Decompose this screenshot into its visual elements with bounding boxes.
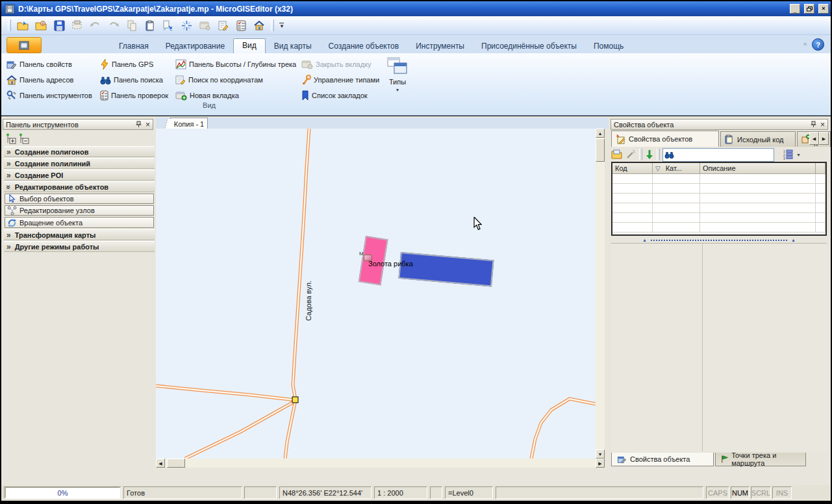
ribbon-item-close-tab[interactable]: Закрыть вкладку [301,58,372,70]
tab-vid-karty[interactable]: Вид карты [266,40,320,53]
sort-dropdown-icon[interactable]: ▼ [796,153,801,157]
panel-splitter[interactable]: ▲ ▲ [611,237,827,243]
ribbon-item-new-tab[interactable]: Новая вкладка [175,90,239,101]
map-level-cell[interactable]: =Level0 [445,486,493,499]
restore-button[interactable] [804,4,814,14]
table-cell[interactable] [816,213,826,223]
table-cell[interactable] [612,174,653,184]
table-cell[interactable] [653,213,700,223]
table-cell[interactable] [700,184,816,194]
table-cell[interactable] [612,184,653,194]
sort-list-button[interactable]: 123 [783,149,794,160]
tab-object-properties[interactable]: Свойства объектов [611,131,719,147]
redo-button[interactable] [107,19,120,32]
title-bar[interactable]: D:\Карты GPS\TravelGPS\Zakarpatje\Zakarp… [1,1,831,16]
tool-edit-nodes[interactable]: Редактирование узлов [5,205,154,216]
bottom-tab-track-points[interactable]: Точки трека и маршрута [715,453,806,466]
tabs-scroll-left-button[interactable]: ◀ [809,132,819,145]
apply-down-button[interactable] [645,149,654,160]
table-cell[interactable] [653,184,700,194]
table-cell[interactable] [700,213,816,223]
tabs-scroll-right-button[interactable]: ▶ [819,132,829,145]
column-header-opisanie[interactable]: Описание [700,163,816,174]
road-node-marker[interactable] [292,397,298,403]
ribbon-item-bookmarks-list[interactable]: Список закладок [301,90,368,101]
toolbar-options-button[interactable]: ▼ [279,23,284,28]
group-map-transformation[interactable]: »Трансформация карты [4,229,155,240]
group-create-polylines[interactable]: »Создание полилиний [4,158,155,169]
table-cell[interactable] [653,203,700,213]
table-cell[interactable] [653,223,700,233]
minimize-button[interactable]: _ [790,4,800,14]
ribbon-item-tools-panel[interactable]: Панель инструментов [6,90,92,101]
table-cell[interactable] [816,223,826,233]
collapse-all-icon[interactable] [18,133,30,144]
ribbon-item-checks-panel[interactable]: Панель проверок [100,90,168,101]
table-cell[interactable] [700,203,816,213]
scroll-down-button[interactable]: ▼ [596,449,605,459]
tab-prisoedinennye-obekty[interactable]: Присоединённые объекты [473,40,585,53]
help-button[interactable]: ? [812,38,824,51]
group-create-polygons[interactable]: »Создание полигонов [4,146,155,157]
tool-rotate-object[interactable]: Вращение объекта [5,217,154,228]
save-button[interactable] [53,19,66,32]
ribbon-item-type-management[interactable]: Управление типами [301,74,379,86]
scroll-up-button[interactable]: ▲ [596,129,605,138]
tab-instrumenty[interactable]: Инструменты [407,40,473,53]
tab-pomosch[interactable]: Помощь [585,40,632,53]
map-horizontal-scrollbar[interactable]: ◀ ▶ [156,459,605,468]
checks-panel-button[interactable] [234,19,247,32]
close-panel-icon[interactable]: × [820,120,825,129]
collapse-ribbon-icon[interactable]: ^ [803,42,807,49]
table-cell[interactable] [816,174,826,184]
table-cell[interactable] [700,174,816,184]
tool-select-objects[interactable]: Выбор объектов [5,194,154,204]
ribbon-item-gps-panel[interactable]: Панель GPS [100,58,153,70]
table-cell[interactable] [700,223,816,233]
column-header-kod[interactable]: Код [612,163,653,174]
add-map-button[interactable] [34,19,47,32]
table-cell[interactable] [653,194,700,203]
ribbon-item-properties-panel[interactable]: Панель свойств [6,58,72,70]
copy-button[interactable] [125,19,138,32]
group-create-poi[interactable]: »Создание POI [4,170,155,181]
snap-button[interactable] [180,19,193,32]
ribbon-item-addresses-panel[interactable]: Панель адресов [6,74,73,86]
tab-source-code[interactable]: Исходный код [720,131,796,147]
scroll-left-button[interactable]: ◀ [156,459,165,468]
map-canvas[interactable]: Садова вул. М Золота рибка [156,129,596,459]
horizontal-scroll-thumb[interactable] [167,459,185,468]
pin-icon[interactable] [810,121,817,128]
expand-all-icon[interactable] [5,133,17,144]
close-tab-toolbar-button[interactable] [198,19,211,32]
ribbon-item-search-panel[interactable]: Панель поиска [100,74,163,86]
open-file-button[interactable] [16,19,29,32]
table-cell[interactable] [612,213,653,223]
vertical-scroll-thumb[interactable] [596,138,605,162]
select-region-button[interactable] [71,19,84,32]
table-cell[interactable] [816,203,826,213]
edit-source-button[interactable] [216,19,229,32]
table-cell[interactable] [653,174,700,184]
home-view-button[interactable] [253,19,266,32]
map-vertical-scrollbar[interactable]: ▲ ▼ [596,129,605,459]
group-other-modes[interactable]: »Другие режимы работы [4,241,155,252]
types-button[interactable]: Типы ▼ [382,57,413,99]
map-tab-kopiya-1[interactable]: Копия - 1 [170,118,208,129]
group-edit-objects[interactable]: »Редактирование объектов [4,181,155,192]
pin-icon[interactable] [135,121,142,128]
codes-table[interactable]: Код ▽Кат... Описание [611,162,827,236]
undo-button[interactable] [89,19,102,32]
paste-button[interactable] [144,19,157,32]
column-header-kat[interactable]: ▽Кат... [653,163,700,174]
table-cell[interactable] [612,194,653,203]
close-panel-icon[interactable]: × [145,120,150,129]
toolbar-grip[interactable] [8,19,11,31]
tab-sozdanie-obektov[interactable]: Создание объектов [320,40,408,53]
ribbon-item-track-height-panel[interactable]: Панель Высоты / Глубины трека [175,58,296,70]
scroll-right-button[interactable]: ▶ [596,459,605,468]
application-menu-button[interactable] [6,37,42,53]
tab-glavnaya[interactable]: Главная [110,40,157,53]
type-search-input[interactable] [662,148,774,162]
table-cell[interactable] [816,184,826,194]
